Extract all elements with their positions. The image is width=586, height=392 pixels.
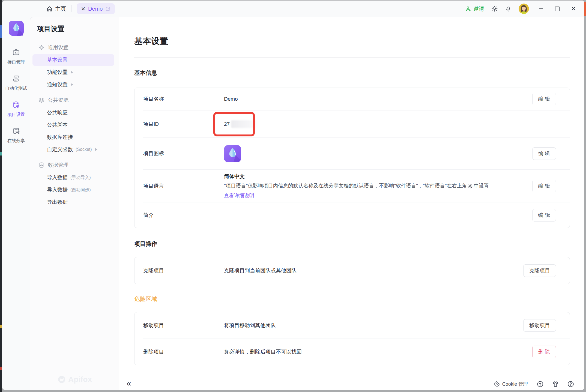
row-move-project: 移动项目 将项目移动到其他团队 移动项目 bbox=[134, 312, 570, 339]
row-project-language: 项目语言 简体中文 "项目语言"仅影响项目内信息的默认名称及在线分享文档的默认语… bbox=[134, 170, 570, 202]
chevron-right-icon bbox=[71, 83, 73, 86]
project-id-redacted bbox=[231, 120, 257, 128]
row-clone-project: 克隆项目 克隆项目到当前团队或其他团队 克隆项目 bbox=[134, 257, 570, 284]
edit-project-intro-button[interactable]: 编 辑 bbox=[532, 209, 556, 222]
tab-label: Demo bbox=[88, 6, 103, 12]
rail-item-online-sharing[interactable]: 在线分享 bbox=[3, 127, 29, 144]
database-gear-icon bbox=[12, 101, 20, 110]
move-project-description: 将项目移动到其他团队 bbox=[224, 322, 523, 329]
sidebar-item-database-connections[interactable]: 数据库连接 bbox=[32, 131, 114, 143]
sidebar-item-feature-settings[interactable]: 功能设置 bbox=[32, 67, 114, 78]
rail-item-label: 在线分享 bbox=[7, 138, 25, 144]
group-shared-resources[interactable]: 公共资源 bbox=[30, 94, 119, 106]
doc-share-icon bbox=[12, 127, 20, 136]
window-close-button[interactable]: ✕ bbox=[569, 1, 578, 17]
rail-item-label: 自动化测试 bbox=[5, 86, 27, 91]
group-data-management[interactable]: 数据管理 bbox=[30, 159, 119, 171]
sidebar-item-custom-functions[interactable]: 自定义函数 (Socket) bbox=[32, 144, 114, 155]
section-danger-zone-title: 危险区域 bbox=[134, 295, 570, 303]
tshirt-theme-icon[interactable] bbox=[552, 381, 559, 388]
group-label: 公共资源 bbox=[48, 97, 68, 104]
view-details-link[interactable]: 查看详细说明 bbox=[224, 193, 254, 198]
user-avatar[interactable] bbox=[519, 4, 529, 14]
desktop-edge-left bbox=[0, 0, 2, 392]
item-label: 功能设置 bbox=[47, 69, 68, 76]
rail-item-label: 接口管理 bbox=[7, 59, 25, 65]
database-icon bbox=[38, 162, 44, 168]
group-label: 数据管理 bbox=[48, 161, 68, 169]
row-label: 简介 bbox=[134, 212, 224, 219]
layers-icon bbox=[38, 97, 44, 103]
window-maximize-button[interactable] bbox=[552, 1, 562, 17]
cookie-manage-label: Cookie 管理 bbox=[502, 381, 528, 387]
notifications-bell-icon[interactable] bbox=[505, 5, 512, 12]
item-suffix: (Socket) bbox=[76, 147, 92, 152]
item-label: 基本设置 bbox=[47, 56, 68, 64]
item-label: 自定义函数 bbox=[47, 146, 73, 153]
upload-arrow-icon[interactable] bbox=[537, 381, 544, 388]
app-window: 主页 ✕ Demo 邀请 bbox=[2, 1, 584, 390]
rail-item-automated-testing[interactable]: 自动化测试 bbox=[3, 74, 29, 91]
row-label: 删除项目 bbox=[134, 348, 224, 355]
delete-project-description: 务必谨慎，删除后项目不可以找回 bbox=[224, 348, 532, 355]
topbar-right: 邀请 ✕ bbox=[465, 1, 584, 17]
rail-item-api-management[interactable]: 接口管理 bbox=[3, 48, 29, 65]
edit-project-name-button[interactable]: 编 辑 bbox=[532, 93, 556, 105]
delete-project-button[interactable]: 删 除 bbox=[532, 346, 556, 358]
cookie-manage-button[interactable]: Cookie 管理 bbox=[494, 381, 528, 387]
row-label: 项目ID bbox=[134, 121, 224, 128]
move-project-button[interactable]: 移动项目 bbox=[523, 319, 556, 332]
collapse-sidebar-button[interactable]: « bbox=[127, 379, 131, 387]
item-label: 导入数据 bbox=[47, 174, 68, 181]
item-label: 导出数据 bbox=[47, 199, 68, 206]
group-label: 通用设置 bbox=[48, 44, 68, 51]
row-delete-project: 删除项目 务必谨慎，删除后项目不可以找回 删 除 bbox=[134, 339, 570, 365]
project-icon-image bbox=[224, 145, 241, 162]
person-plus-icon bbox=[465, 6, 471, 12]
item-suffix: (自动同步) bbox=[70, 187, 91, 193]
row-project-intro: 简介 编 辑 bbox=[134, 202, 570, 228]
sidebar-item-export-data[interactable]: 导出数据 bbox=[32, 196, 114, 208]
danger-zone-card: 移动项目 将项目移动到其他团队 移动项目 删除项目 务必谨慎，删除后项目不可以找… bbox=[134, 312, 570, 365]
row-project-name: 项目名称 Demo 编 辑 bbox=[134, 88, 570, 110]
sidebar-item-shared-responses[interactable]: 公共响应 bbox=[32, 107, 114, 118]
project-tab-demo[interactable]: ✕ Demo bbox=[77, 3, 115, 14]
sidebar-item-shared-scripts[interactable]: 公共脚本 bbox=[32, 119, 114, 131]
cookie-icon bbox=[494, 381, 500, 387]
settings-sidebar: 项目设置 通用设置 基本设置 功能设置 bbox=[30, 17, 119, 390]
row-label: 移动项目 bbox=[134, 322, 224, 329]
edit-project-icon-button[interactable]: 编 辑 bbox=[532, 147, 556, 160]
home-tab[interactable]: 主页 bbox=[46, 5, 66, 13]
window-minimize-button[interactable] bbox=[536, 1, 545, 17]
home-icon bbox=[46, 6, 53, 12]
tab-external-link-icon[interactable] bbox=[105, 6, 110, 11]
group-general-settings[interactable]: 通用设置 bbox=[30, 41, 119, 53]
server-stack-icon bbox=[12, 74, 20, 84]
chevron-right-icon bbox=[95, 148, 97, 151]
row-project-icon: 项目图标 编 辑 bbox=[134, 138, 570, 169]
edit-project-language-button[interactable]: 编 辑 bbox=[532, 180, 556, 192]
desktop-edge-right bbox=[584, 0, 586, 392]
title-divider bbox=[134, 57, 570, 58]
clone-project-button[interactable]: 克隆项目 bbox=[523, 264, 556, 277]
clone-project-description: 克隆项目到当前团队或其他团队 bbox=[224, 267, 523, 274]
settings-gear-icon[interactable] bbox=[491, 5, 498, 12]
sidebar-item-notification-settings[interactable]: 通知设置 bbox=[32, 79, 114, 90]
item-label: 公共响应 bbox=[47, 109, 68, 116]
sidebar-item-import-data-manual[interactable]: 导入数据 (手动导入) bbox=[32, 172, 114, 183]
rail-item-project-settings[interactable]: 项目设置 bbox=[3, 101, 29, 118]
help-icon[interactable] bbox=[567, 381, 574, 388]
project-language-description: "项目语言"仅影响项目内信息的默认名称及在线分享文档的默认语言，不影响"软件语言… bbox=[224, 182, 532, 190]
sidebar-item-import-data-sync[interactable]: 导入数据 (自动同步) bbox=[32, 184, 114, 196]
row-label: 项目语言 bbox=[134, 182, 224, 190]
basic-info-card: 项目名称 Demo 编 辑 项目ID 27 bbox=[134, 88, 570, 228]
main-content: 基本设置 基本信息 项目名称 Demo 编 辑 项目ID bbox=[119, 17, 584, 378]
sidebar-title: 项目设置 bbox=[30, 17, 119, 33]
sidebar-item-basic-settings[interactable]: 基本设置 bbox=[32, 54, 114, 66]
app-logo[interactable] bbox=[9, 21, 24, 36]
apifox-logo-icon bbox=[58, 375, 66, 384]
row-project-id: 项目ID 27 bbox=[134, 110, 570, 137]
tab-close-icon[interactable]: ✕ bbox=[81, 6, 85, 11]
invite-button[interactable]: 邀请 bbox=[465, 5, 484, 13]
topbar-divider bbox=[71, 5, 72, 12]
